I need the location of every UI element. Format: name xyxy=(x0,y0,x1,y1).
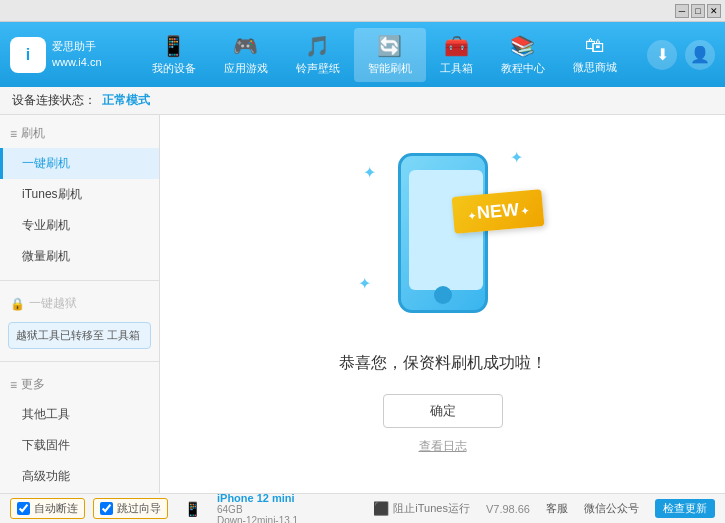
nav-apps-games-label: 应用游戏 xyxy=(224,61,268,76)
device-firmware: Down-12mini-13.1 xyxy=(217,515,298,524)
apps-icon: 🎮 xyxy=(233,34,258,58)
nav-ringtones-label: 铃声壁纸 xyxy=(296,61,340,76)
auto-close-checkbox[interactable] xyxy=(17,502,30,515)
sidebar-divider-1 xyxy=(0,280,159,281)
logo-text: 爱思助手 www.i4.cn xyxy=(52,39,102,70)
wechat-link[interactable]: 微信公众号 xyxy=(584,501,639,516)
sidebar-item-wipe-flash[interactable]: 微量刷机 xyxy=(0,241,159,272)
device-icon: 📱 xyxy=(161,34,186,58)
flash-section-icon: ≡ xyxy=(10,127,17,141)
check-update-button[interactable]: 检查更新 xyxy=(655,499,715,518)
sidebar-more-section: ≡ 更多 其他工具 下载固件 高级功能 xyxy=(0,366,159,493)
header: i 爱思助手 www.i4.cn 📱 我的设备 🎮 应用游戏 🎵 铃声壁纸 🔄 … xyxy=(0,22,725,87)
nav-toolbox[interactable]: 🧰 工具箱 xyxy=(426,28,487,82)
skip-wizard-checkbox[interactable] xyxy=(100,502,113,515)
device-icon: 📱 xyxy=(184,501,201,517)
flash-icon: 🔄 xyxy=(377,34,402,58)
nav-my-device-label: 我的设备 xyxy=(152,61,196,76)
logo-line1: 爱思助手 xyxy=(52,39,102,54)
device-storage: 64GB xyxy=(217,504,298,515)
logo-symbol: i xyxy=(26,46,30,64)
nav-apps-games[interactable]: 🎮 应用游戏 xyxy=(210,28,282,82)
nav-tutorials[interactable]: 📚 教程中心 xyxy=(487,28,559,82)
header-actions: ⬇ 👤 xyxy=(647,40,715,70)
device-name: iPhone 12 mini xyxy=(217,492,298,504)
nav-weisi-store[interactable]: 🛍 微思商城 xyxy=(559,28,631,81)
success-illustration: ✦ ✦ ✦ NEW xyxy=(353,133,533,333)
skip-wizard-label[interactable]: 跳过向导 xyxy=(117,501,161,516)
lock-icon: 🔒 xyxy=(10,297,25,311)
nav-ringtones[interactable]: 🎵 铃声壁纸 xyxy=(282,28,354,82)
sidebar-jailbreak-title: 🔒 一键越狱 xyxy=(0,289,159,318)
status-bar: 设备连接状态： 正常模式 xyxy=(0,87,725,115)
sidebar-item-one-click-flash[interactable]: 一键刷机 xyxy=(0,148,159,179)
close-button[interactable]: ✕ xyxy=(707,4,721,18)
profile-button[interactable]: 👤 xyxy=(685,40,715,70)
new-badge: NEW xyxy=(451,189,544,234)
checkbox-group-skip: 跳过向导 xyxy=(93,498,168,519)
sidebar-divider-2 xyxy=(0,361,159,362)
daily-log-link[interactable]: 查看日志 xyxy=(419,438,467,455)
success-message: 恭喜您，保资料刷机成功啦！ xyxy=(339,353,547,374)
main-content: ✦ ✦ ✦ NEW 恭喜您，保资料刷机成功啦！ 确定 查看日志 xyxy=(160,115,725,493)
phone-home-button xyxy=(434,286,452,304)
logo: i 爱思助手 www.i4.cn xyxy=(10,37,102,73)
more-icon: ≡ xyxy=(10,378,17,392)
download-button[interactable]: ⬇ xyxy=(647,40,677,70)
nav-weisi-store-label: 微思商城 xyxy=(573,60,617,75)
nav-my-device[interactable]: 📱 我的设备 xyxy=(138,28,210,82)
sidebar-jailbreak-section: 🔒 一键越狱 越狱工具已转移至 工具箱 xyxy=(0,285,159,357)
ringtone-icon: 🎵 xyxy=(305,34,330,58)
customer-service-link[interactable]: 客服 xyxy=(546,501,568,516)
status-label: 设备连接状态： xyxy=(12,92,96,109)
nav-smart-flash[interactable]: 🔄 智能刷机 xyxy=(354,28,426,82)
device-info: iPhone 12 mini 64GB Down-12mini-13.1 xyxy=(217,492,298,524)
sparkle-icon-2: ✦ xyxy=(510,148,523,167)
nav-tutorials-label: 教程中心 xyxy=(501,61,545,76)
title-bar: ─ □ ✕ xyxy=(0,0,725,22)
phone-illustration xyxy=(398,153,488,313)
version-label: V7.98.66 xyxy=(486,503,530,515)
toolbox-icon: 🧰 xyxy=(444,34,469,58)
nav-toolbox-label: 工具箱 xyxy=(440,61,473,76)
sidebar-more-title: ≡ 更多 xyxy=(0,370,159,399)
window-controls[interactable]: ─ □ ✕ xyxy=(675,4,721,18)
logo-line2: www.i4.cn xyxy=(52,55,102,70)
sidebar-jailbreak-notice: 越狱工具已转移至 工具箱 xyxy=(8,322,151,349)
sidebar-flash-section: ≡ 刷机 一键刷机 iTunes刷机 专业刷机 微量刷机 xyxy=(0,115,159,276)
stop-itunes-label[interactable]: 阻止iTunes运行 xyxy=(393,501,470,516)
store-icon: 🛍 xyxy=(585,34,605,57)
nav-items: 📱 我的设备 🎮 应用游戏 🎵 铃声壁纸 🔄 智能刷机 🧰 工具箱 📚 教程中心… xyxy=(122,28,647,82)
confirm-button[interactable]: 确定 xyxy=(383,394,503,428)
sparkle-icon-1: ✦ xyxy=(363,163,376,182)
maximize-button[interactable]: □ xyxy=(691,4,705,18)
sidebar-item-pro-flash[interactable]: 专业刷机 xyxy=(0,210,159,241)
tutorial-icon: 📚 xyxy=(510,34,535,58)
sidebar-item-download-firmware[interactable]: 下载固件 xyxy=(0,430,159,461)
sidebar-item-advanced[interactable]: 高级功能 xyxy=(0,461,159,492)
stop-itunes-control: ⬛ 阻止iTunes运行 xyxy=(373,501,470,516)
stop-icon: ⬛ xyxy=(373,501,389,516)
bottom-right: ⬛ 阻止iTunes运行 V7.98.66 客服 微信公众号 检查更新 xyxy=(373,499,715,518)
auto-close-label[interactable]: 自动断连 xyxy=(34,501,78,516)
sidebar-item-other-tools[interactable]: 其他工具 xyxy=(0,399,159,430)
minimize-button[interactable]: ─ xyxy=(675,4,689,18)
sidebar-item-itunes-flash[interactable]: iTunes刷机 xyxy=(0,179,159,210)
sidebar: ≡ 刷机 一键刷机 iTunes刷机 专业刷机 微量刷机 🔒 一键越狱 越狱工具… xyxy=(0,115,160,493)
content: ≡ 刷机 一键刷机 iTunes刷机 专业刷机 微量刷机 🔒 一键越狱 越狱工具… xyxy=(0,115,725,493)
nav-smart-flash-label: 智能刷机 xyxy=(368,61,412,76)
bottom-bar: 自动断连 跳过向导 📱 iPhone 12 mini 64GB Down-12m… xyxy=(0,493,725,523)
logo-icon: i xyxy=(10,37,46,73)
sidebar-flash-title: ≡ 刷机 xyxy=(0,119,159,148)
sparkle-icon-3: ✦ xyxy=(358,274,371,293)
checkbox-group-auto: 自动断连 xyxy=(10,498,85,519)
status-value: 正常模式 xyxy=(102,92,150,109)
